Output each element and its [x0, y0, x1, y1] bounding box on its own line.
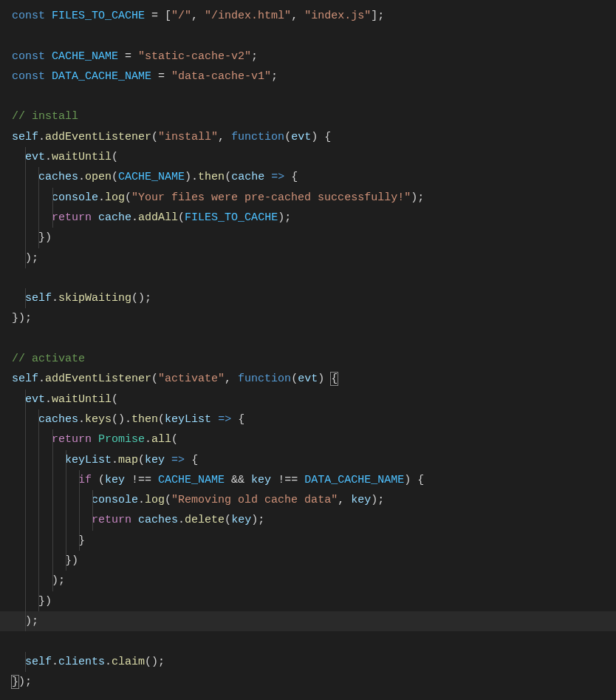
- indent-guide: [25, 429, 26, 449]
- code-token: (: [171, 433, 178, 446]
- code-token: CACHE_NAME: [52, 50, 118, 63]
- code-token: (: [151, 131, 158, 143]
- code-line[interactable]: }): [12, 591, 616, 611]
- code-token: );: [278, 211, 291, 224]
- code-line[interactable]: return Promise.all(: [12, 429, 616, 449]
- code-token: (: [291, 373, 298, 385]
- code-token: "Removing old cache data": [171, 494, 338, 506]
- code-token: console: [92, 494, 138, 506]
- code-editor[interactable]: const FILES_TO_CACHE = ["/", "/index.htm…: [12, 6, 616, 692]
- code-line[interactable]: });: [12, 308, 616, 328]
- code-line[interactable]: const FILES_TO_CACHE = ["/", "/index.htm…: [12, 6, 616, 26]
- code-token: ,: [338, 494, 351, 506]
- code-token: "/": [171, 10, 191, 22]
- code-line[interactable]: self.skipWaiting();: [12, 288, 616, 308]
- code-line[interactable]: [12, 631, 616, 651]
- indent-guide: [25, 470, 26, 490]
- code-line[interactable]: );: [12, 611, 616, 631]
- code-token: addAll: [138, 211, 178, 224]
- code-line[interactable]: [12, 26, 616, 46]
- code-token: );: [411, 191, 424, 204]
- indent-guide: [52, 531, 53, 551]
- code-token: caches: [38, 171, 78, 183]
- indent-guide: [38, 531, 39, 551]
- indent-guide: [25, 410, 26, 429]
- code-line[interactable]: [12, 268, 616, 288]
- indent-guide: [52, 571, 53, 591]
- indent-guide: [25, 551, 26, 571]
- code-token: [12, 151, 25, 163]
- code-line[interactable]: self.addEventListener("activate", functi…: [12, 369, 616, 389]
- code-token: ).: [185, 171, 198, 183]
- code-line[interactable]: console.log("Your files were pre-cached …: [12, 188, 616, 208]
- code-line[interactable]: const CACHE_NAME = "static-cache-v2";: [12, 47, 616, 67]
- code-line[interactable]: evt.waitUntil(: [12, 390, 616, 410]
- code-token: [165, 454, 171, 466]
- code-token: .: [178, 514, 185, 526]
- code-line[interactable]: // install: [12, 106, 616, 126]
- code-token: !==: [271, 474, 304, 486]
- code-line[interactable]: console.log("Removing old cache data", k…: [12, 490, 616, 510]
- code-token: CACHE_NAME: [158, 474, 225, 486]
- code-line[interactable]: caches.keys().then(keyList => {: [12, 410, 616, 429]
- code-token: "index.js": [304, 10, 371, 22]
- code-token: }: [12, 676, 18, 688]
- code-line[interactable]: [12, 86, 616, 106]
- code-line[interactable]: caches.open(CACHE_NAME).then(cache => {: [12, 167, 616, 187]
- code-line[interactable]: }): [12, 551, 616, 571]
- indent-guide: [38, 450, 39, 470]
- code-token: keys: [85, 413, 112, 426]
- code-line[interactable]: evt.waitUntil(: [12, 147, 616, 167]
- indent-guide: [38, 429, 39, 449]
- code-line[interactable]: return caches.delete(key);: [12, 510, 616, 530]
- code-line[interactable]: });: [12, 672, 616, 692]
- code-token: [12, 292, 25, 305]
- code-token: self: [12, 131, 38, 143]
- code-line[interactable]: keyList.map(key => {: [12, 450, 616, 470]
- code-line[interactable]: self.addEventListener("install", functio…: [12, 127, 616, 147]
- indent-guide: [66, 551, 66, 571]
- code-line[interactable]: }): [12, 228, 616, 248]
- code-token: function: [238, 373, 291, 385]
- code-token: delete: [185, 514, 225, 526]
- indent-guide: [66, 470, 66, 490]
- code-token: "data-cache-v1": [171, 70, 271, 83]
- code-line[interactable]: );: [12, 248, 616, 268]
- code-line[interactable]: }: [12, 531, 616, 551]
- code-token: !==: [125, 474, 158, 486]
- code-line[interactable]: self.clients.claim();: [12, 652, 616, 672]
- code-token: return: [92, 514, 131, 526]
- code-token: self: [12, 373, 38, 385]
- code-token: ) {: [311, 131, 331, 143]
- code-line[interactable]: // activate: [12, 349, 616, 369]
- indent-guide: [25, 591, 26, 611]
- code-token: (: [112, 171, 118, 183]
- code-token: .: [145, 433, 151, 446]
- code-line[interactable]: [12, 329, 616, 349]
- indent-guide: [38, 490, 39, 510]
- code-line[interactable]: const DATA_CACHE_NAME = "data-cache-v1";: [12, 67, 616, 86]
- indent-guide: [79, 470, 80, 490]
- code-token: self: [25, 656, 52, 668]
- code-token: .: [45, 393, 52, 406]
- code-token: key: [351, 494, 371, 506]
- code-token: [131, 514, 138, 526]
- code-line[interactable]: return cache.addAll(FILES_TO_CACHE);: [12, 208, 616, 228]
- code-token: // install: [12, 110, 78, 123]
- code-line[interactable]: );: [12, 571, 616, 591]
- code-token: .: [138, 494, 145, 506]
- code-token: addEventListener: [45, 373, 151, 385]
- code-token: clients: [58, 656, 105, 668]
- code-token: key: [231, 514, 251, 526]
- code-token: (: [158, 413, 165, 426]
- indent-guide: [38, 551, 39, 571]
- indent-guide: [66, 450, 66, 470]
- code-token: [12, 433, 52, 446]
- code-token: evt: [291, 131, 311, 143]
- code-token: skipWaiting: [58, 292, 131, 305]
- indent-guide: [25, 147, 26, 167]
- indent-guide: [25, 167, 26, 187]
- indent-guide: [25, 571, 26, 591]
- code-line[interactable]: if (key !== CACHE_NAME && key !== DATA_C…: [12, 470, 616, 490]
- code-token: open: [85, 171, 112, 183]
